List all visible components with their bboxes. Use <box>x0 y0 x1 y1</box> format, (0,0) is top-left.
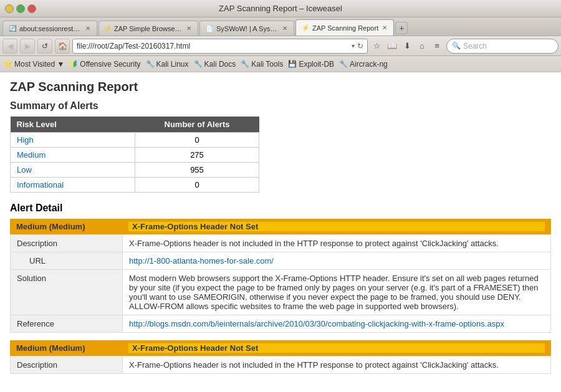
kali-docs-icon: 🔧 <box>194 60 203 68</box>
alert-detail-table-2: Description X-Frame-Options header is no… <box>10 356 551 374</box>
alert-url-value-1: http://1-800-atlanta-homes-for-sale.com/ <box>123 252 551 270</box>
summary-table-row: Informational0 <box>11 178 259 193</box>
bookmark-most-visited[interactable]: ⭐ Most Visited ▼ <box>4 60 64 69</box>
nav-extras: ☆ 📖 ⬇ ⌂ ≡ <box>370 39 444 53</box>
tab-icon-session: 🔄 <box>8 24 17 33</box>
kali-linux-icon: 🔧 <box>146 60 155 68</box>
summary-risk-level[interactable]: Informational <box>11 178 135 193</box>
address-refresh-icon[interactable]: ↻ <box>357 42 363 50</box>
bookmark-kali-tools[interactable]: 🔧 Kali Tools <box>241 60 283 69</box>
tab-icon-zap-report: ⚡ <box>301 24 310 32</box>
alert-risk-label-1: Medium (Medium) <box>16 222 128 231</box>
address-dropdown-icon[interactable]: ▾ <box>352 42 355 49</box>
reload-button[interactable]: ↺ <box>37 39 52 54</box>
alert-url-label: URL <box>11 252 123 270</box>
tab-label-zap-browser: ZAP Simple Browser Con... <box>114 25 183 32</box>
exploit-db-icon: 💾 <box>288 60 297 68</box>
menu-button[interactable]: ≡ <box>430 39 444 53</box>
home-nav-button[interactable]: ⌂ <box>415 39 429 53</box>
summary-risk-level[interactable]: Medium <box>11 148 135 163</box>
tab-icon-zap-browser: ⚡ <box>104 24 112 33</box>
alert-detail-table-1: Description X-Frame-Options header is no… <box>10 234 551 333</box>
alert-description-value-1: X-Frame-Options header is not included i… <box>123 235 551 252</box>
alert-name-1: X-Frame-Options Header Not Set <box>128 222 545 231</box>
minimize-button[interactable] <box>5 4 14 13</box>
summary-alert-count: 275 <box>135 148 259 163</box>
bookmark-list-button[interactable]: 📖 <box>385 39 399 53</box>
bookmark-kali-linux-label: Kali Linux <box>156 60 189 69</box>
address-bar[interactable]: file:///root/Zap/Test-20160317.html ▾ ↻ <box>72 39 368 54</box>
summary-table-row: Low955 <box>11 163 259 178</box>
nav-bar: ◀ ▶ ↺ 🏠 file:///root/Zap/Test-20160317.h… <box>0 36 561 56</box>
tab-syswow[interactable]: 📄 SySWoW! | A Syste... ✕ <box>199 21 294 36</box>
home-button[interactable]: 🏠 <box>55 39 70 54</box>
tab-bar: 🔄 about:sessionrestore ✕ ⚡ ZAP Simple Br… <box>0 17 561 36</box>
page-title: ZAP Scanning Report <box>10 80 551 94</box>
kali-tools-icon: 🔧 <box>241 60 249 68</box>
alert-url-row-1: URL http://1-800-atlanta-homes-for-sale.… <box>11 252 551 270</box>
tab-zap-browser[interactable]: ⚡ ZAP Simple Browser Con... ✕ <box>98 21 198 36</box>
bookmark-exploit-db[interactable]: 💾 Exploit-DB <box>288 60 334 69</box>
summary-table-row: High0 <box>11 133 259 148</box>
bookmark-offensive-security[interactable]: 🔰 Offensive Security <box>69 60 140 69</box>
bookmark-kali-docs-label: Kali Docs <box>204 60 236 69</box>
alert-solution-value-1: Most modern Web browsers support the X-F… <box>123 270 551 315</box>
address-url: file:///root/Zap/Test-20160317.html <box>77 42 349 50</box>
bookmark-kali-docs[interactable]: 🔧 Kali Docs <box>194 60 236 69</box>
aircrack-icon: 🔧 <box>339 60 348 68</box>
alert-name-2: X-Frame-Options Header Not Set <box>128 343 545 353</box>
forward-button[interactable]: ▶ <box>20 39 35 54</box>
bookmark-exploit-db-label: Exploit-DB <box>299 60 334 69</box>
search-icon: 🔍 <box>452 42 461 50</box>
tab-close-zap-report[interactable]: ✕ <box>382 24 387 31</box>
content-area: ZAP Scanning Report Summary of Alerts Ri… <box>0 72 561 392</box>
bookmark-kali-tools-label: Kali Tools <box>251 60 283 69</box>
summary-risk-level[interactable]: High <box>11 133 135 148</box>
tab-close-zap-browser[interactable]: ✕ <box>186 25 191 32</box>
bookmarks-bar: ⭐ Most Visited ▼ 🔰 Offensive Security 🔧 … <box>0 56 561 72</box>
maximize-button[interactable] <box>16 4 25 13</box>
bookmark-aircrack-label: Aircrack-ng <box>350 60 388 69</box>
search-placeholder-text: Search <box>463 42 487 50</box>
alert-detail-title: Alert Detail <box>10 203 551 214</box>
tab-label-zap-report: ZAP Scanning Report <box>312 24 378 32</box>
summary-table-row: Medium275 <box>11 148 259 163</box>
tab-session-restore[interactable]: 🔄 about:sessionrestore ✕ <box>2 21 97 36</box>
bookmark-star-button[interactable]: ☆ <box>370 39 384 53</box>
alert-reference-row-1: Reference http://blogs.msdn.com/b/ieinte… <box>11 315 551 333</box>
alert-description-label-2: Description <box>11 356 123 374</box>
summary-header-risk: Risk Level <box>11 117 135 133</box>
tab-zap-report[interactable]: ⚡ ZAP Scanning Report ✕ <box>295 19 394 36</box>
alert-item-1: Medium (Medium) X-Frame-Options Header N… <box>10 219 551 333</box>
window-title: ZAP Scanning Report – Iceweasel <box>42 4 519 13</box>
alert-item-2: Medium (Medium) X-Frame-Options Header N… <box>10 340 551 374</box>
alert-solution-label: Solution <box>11 270 123 315</box>
summary-alert-count: 955 <box>135 163 259 178</box>
bookmark-aircrack[interactable]: 🔧 Aircrack-ng <box>339 60 388 69</box>
new-tab-button[interactable]: + <box>395 22 408 34</box>
summary-section-title: Summary of Alerts <box>10 100 551 112</box>
bookmark-most-visited-label: Most Visited ▼ <box>14 60 64 69</box>
summary-header-count: Number of Alerts <box>135 117 259 133</box>
alert-risk-label-2: Medium (Medium) <box>16 343 128 353</box>
summary-risk-level[interactable]: Low <box>11 163 135 178</box>
alert-description-row-2: Description X-Frame-Options header is no… <box>11 356 551 374</box>
most-visited-icon: ⭐ <box>4 60 12 68</box>
alert-header-2: Medium (Medium) X-Frame-Options Header N… <box>10 340 551 356</box>
download-button[interactable]: ⬇ <box>400 39 414 53</box>
tab-label-syswow: SySWoW! | A Syste... <box>216 25 279 32</box>
summary-table: Risk Level Number of Alerts High0Medium2… <box>10 117 259 193</box>
alert-solution-row-1: Solution Most modern Web browsers suppor… <box>11 270 551 315</box>
alert-reference-label: Reference <box>11 315 123 333</box>
back-button[interactable]: ◀ <box>2 39 17 54</box>
offensive-security-icon: 🔰 <box>69 60 78 68</box>
bookmark-kali-linux[interactable]: 🔧 Kali Linux <box>146 60 189 69</box>
close-button[interactable] <box>27 4 36 13</box>
summary-alert-count: 0 <box>135 178 259 193</box>
tab-label-session: about:sessionrestore <box>19 25 82 32</box>
tab-close-syswow[interactable]: ✕ <box>282 25 287 32</box>
alert-description-label: Description <box>11 235 123 252</box>
tab-close-session[interactable]: ✕ <box>85 25 90 32</box>
tab-icon-syswow: 📄 <box>205 24 214 33</box>
search-bar[interactable]: 🔍 Search <box>446 39 559 54</box>
